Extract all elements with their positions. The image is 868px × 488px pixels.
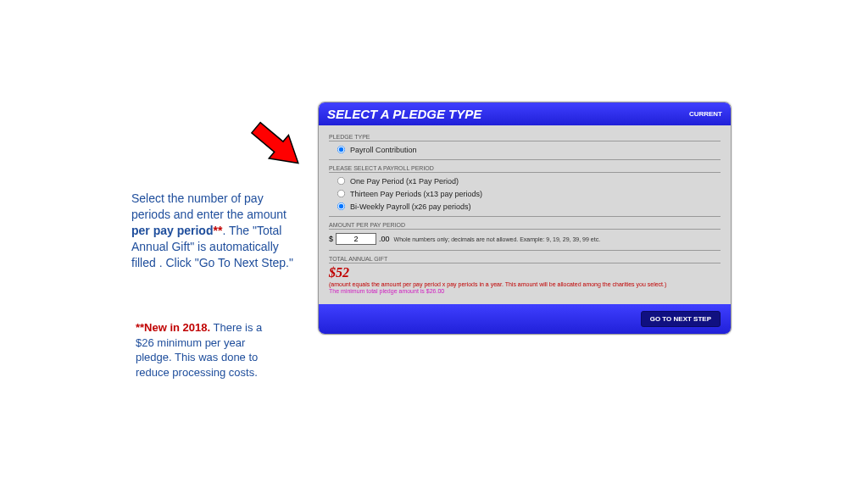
next-step-button[interactable]: GO TO NEXT STEP	[641, 311, 721, 327]
period-radio-thirteen[interactable]	[337, 190, 345, 197]
total-value: $52	[329, 265, 721, 280]
amount-input[interactable]	[336, 233, 376, 245]
footnote-heading: **New in 2018.	[136, 321, 210, 334]
pledge-type-radio[interactable]	[337, 146, 345, 153]
instruction-part1: Select the number of pay periods and ent…	[131, 191, 287, 221]
payroll-period-label: PLEASE SELECT A PAYROLL PERIOD	[329, 165, 721, 173]
amount-label: AMOUNT PER PAY PERIOD	[329, 222, 721, 230]
instruction-bold: per pay period	[131, 224, 213, 237]
period-text: One Pay Period (x1 Pay Period)	[350, 177, 459, 186]
instruction-asterisks: **	[213, 224, 222, 237]
instruction-text: Select the number of pay periods and ent…	[131, 191, 303, 270]
pledge-form: SELECT A PLEDGE TYPE CURRENT PLEDGE TYPE…	[318, 102, 732, 335]
period-radio-biweekly[interactable]	[337, 202, 345, 210]
period-option-thirteen[interactable]: Thirteen Pay Periods (x13 pay periods)	[329, 187, 721, 200]
form-status: CURRENT	[689, 110, 722, 118]
pledge-type-text: Payroll Contribution	[350, 146, 417, 154]
total-note: (amount equals the amount per pay period…	[329, 281, 721, 287]
minimum-note: The minimum total pledge amount is $26.0…	[329, 288, 721, 294]
form-header: SELECT A PLEDGE TYPE CURRENT	[319, 103, 731, 125]
pledge-type-option[interactable]: Payroll Contribution	[329, 143, 721, 156]
footnote-text: **New in 2018. There is a $26 minimum pe…	[136, 320, 280, 380]
total-label: TOTAL ANNUAL GIFT	[329, 256, 721, 263]
period-text: Thirteen Pay Periods (x13 pay periods)	[350, 190, 482, 198]
period-option-biweekly[interactable]: Bi-Weekly Payroll (x26 pay periods)	[329, 200, 721, 213]
amount-hint: Whole numbers only; decimals are not all…	[394, 236, 601, 242]
arrow-icon	[233, 110, 318, 181]
period-radio-one[interactable]	[337, 177, 345, 185]
pledge-type-label: PLEDGE TYPE	[329, 134, 721, 141]
period-text: Bi-Weekly Payroll (x26 pay periods)	[350, 202, 470, 211]
period-option-one[interactable]: One Pay Period (x1 Pay Period)	[329, 175, 721, 187]
cents-text: .00	[379, 235, 390, 243]
form-title: SELECT A PLEDGE TYPE	[327, 107, 481, 121]
form-body: PLEDGE TYPE Payroll Contribution PLEASE …	[319, 125, 731, 304]
amount-row: $ .00 Whole numbers only; decimals are n…	[329, 231, 721, 251]
form-footer: GO TO NEXT STEP	[319, 304, 731, 334]
currency-symbol: $	[329, 235, 333, 243]
svg-marker-0	[246, 116, 308, 175]
